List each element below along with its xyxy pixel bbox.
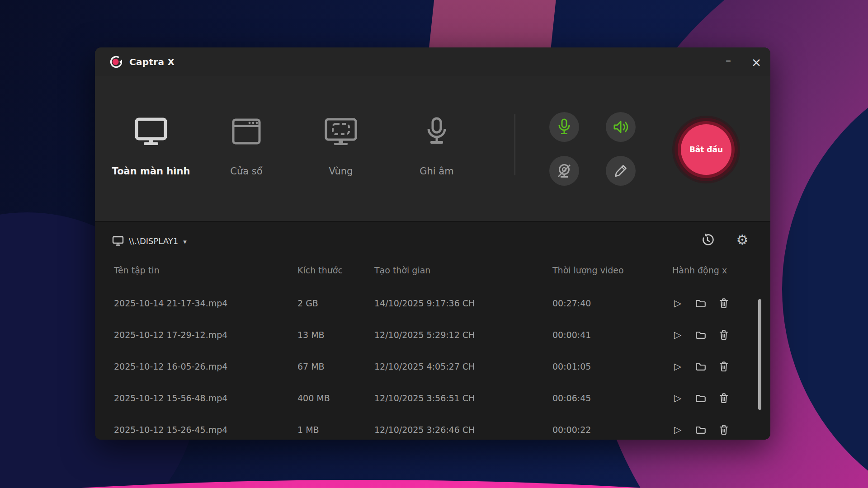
history-button[interactable] — [701, 233, 714, 247]
trash-icon — [719, 361, 729, 372]
region-select-icon — [291, 109, 391, 154]
delete-button[interactable] — [718, 393, 729, 404]
file-size: 67 MB — [297, 361, 325, 371]
table-header: Tên tập tin Kích thước Tạo thời gian Thờ… — [95, 265, 770, 283]
column-header-filename: Tên tập tin — [114, 265, 160, 275]
settings-button[interactable]: ⚙ — [735, 233, 750, 247]
play-button[interactable]: ▷ — [672, 329, 683, 340]
file-duration: 00:27:40 — [552, 298, 591, 308]
play-button[interactable]: ▷ — [672, 424, 683, 435]
speaker-on-icon — [613, 120, 629, 134]
play-icon: ▷ — [674, 425, 681, 435]
file-duration: 00:00:22 — [552, 425, 591, 435]
file-size: 2 GB — [297, 298, 318, 308]
delete-button[interactable] — [718, 298, 729, 309]
history-icon — [701, 233, 714, 247]
mode-region[interactable]: Vùng — [291, 109, 391, 177]
file-created: 12/10/2025 3:56:51 CH — [374, 393, 475, 403]
open-folder-button[interactable] — [695, 393, 706, 404]
webcam-toggle-button[interactable] — [549, 156, 579, 186]
table-row: 2025-10-12 17-29-12.mp4 13 MB 12/10/2025… — [95, 319, 770, 351]
file-size: 400 MB — [297, 393, 330, 403]
folder-icon — [695, 425, 706, 434]
column-header-actions: Hành động x — [672, 265, 727, 275]
mode-fullscreen[interactable]: Toàn màn hình — [101, 109, 201, 177]
gear-icon: ⚙ — [736, 233, 749, 247]
file-created: 12/10/2025 4:05:27 CH — [374, 361, 475, 371]
file-size: 1 MB — [297, 425, 319, 435]
microphone-toggle-button[interactable] — [549, 112, 579, 142]
play-icon: ▷ — [674, 394, 681, 403]
row-actions: ▷ — [672, 361, 729, 372]
file-name: 2025-10-12 15-26-45.mp4 — [114, 425, 227, 435]
display-selector[interactable]: \\.\DISPLAY1 ▾ — [112, 232, 187, 250]
open-folder-button[interactable] — [695, 298, 706, 309]
section-divider — [514, 114, 515, 175]
folder-icon — [695, 330, 706, 339]
play-button[interactable]: ▷ — [672, 298, 683, 309]
file-name: 2025-10-14 21-17-34.mp4 — [114, 298, 227, 308]
mode-label: Toàn màn hình — [101, 166, 201, 177]
minimize-button[interactable]: – — [714, 47, 742, 78]
delete-button[interactable] — [718, 361, 729, 372]
play-icon: ▷ — [674, 362, 681, 371]
folder-icon — [695, 394, 706, 403]
open-folder-button[interactable] — [695, 424, 706, 435]
table-row: 2025-10-12 15-26-45.mp4 1 MB 12/10/2025 … — [95, 414, 770, 440]
annotate-toggle-button[interactable] — [606, 156, 636, 186]
display-monitor-icon — [112, 236, 124, 246]
start-button-wrap: Bắt đầu — [672, 116, 740, 183]
play-icon: ▷ — [674, 330, 681, 340]
play-button[interactable]: ▷ — [672, 393, 683, 404]
fullscreen-monitor-icon — [101, 109, 201, 154]
delete-button[interactable] — [718, 424, 729, 435]
delete-button[interactable] — [718, 329, 729, 340]
library-toolbar: ⚙ — [701, 233, 750, 247]
open-folder-button[interactable] — [695, 329, 706, 340]
pencil-icon — [613, 164, 628, 178]
file-created: 14/10/2025 9:17:36 CH — [374, 298, 475, 308]
mode-audio[interactable]: Ghi âm — [387, 109, 486, 177]
file-size: 13 MB — [297, 330, 325, 340]
file-created: 12/10/2025 5:29:12 CH — [374, 330, 475, 340]
display-selector-label: \\.\DISPLAY1 — [129, 236, 178, 246]
close-button[interactable]: × — [742, 47, 770, 76]
folder-icon — [695, 299, 706, 308]
app-logo-icon — [109, 55, 123, 69]
row-actions: ▷ — [672, 329, 729, 340]
start-recording-button[interactable]: Bắt đầu — [681, 124, 731, 175]
microphone-icon — [387, 109, 486, 154]
trash-icon — [719, 329, 729, 340]
file-duration: 00:06:45 — [552, 393, 591, 403]
row-actions: ▷ — [672, 298, 729, 309]
file-name: 2025-10-12 17-29-12.mp4 — [114, 330, 227, 340]
webcam-off-icon — [556, 163, 572, 179]
mode-label: Vùng — [291, 166, 391, 177]
open-folder-button[interactable] — [695, 361, 706, 372]
app-title: Captra X — [129, 56, 175, 67]
column-header-duration: Thời lượng video — [552, 265, 624, 275]
microphone-on-icon — [558, 118, 571, 136]
titlebar[interactable]: Captra X – × — [95, 47, 770, 76]
file-name: 2025-10-12 16-05-26.mp4 — [114, 361, 227, 371]
app-window: Captra X – × Toàn màn hình — [95, 47, 770, 440]
row-actions: ▷ — [672, 393, 729, 404]
trash-icon — [719, 393, 729, 404]
table-row: 2025-10-12 16-05-26.mp4 67 MB 12/10/2025… — [95, 351, 770, 382]
scrollbar-thumb[interactable] — [758, 299, 761, 410]
trash-icon — [719, 298, 729, 309]
row-actions: ▷ — [672, 424, 729, 435]
speaker-toggle-button[interactable] — [606, 112, 636, 142]
start-button-label: Bắt đầu — [689, 145, 723, 154]
mode-label: Cửa sổ — [197, 166, 296, 177]
folder-icon — [695, 362, 706, 371]
chevron-down-icon: ▾ — [183, 236, 187, 246]
file-name: 2025-10-12 15-56-48.mp4 — [114, 393, 227, 403]
play-button[interactable]: ▷ — [672, 361, 683, 372]
file-duration: 00:00:41 — [552, 330, 591, 340]
mode-window[interactable]: Cửa sổ — [197, 109, 296, 177]
app-window-icon — [197, 109, 296, 154]
mode-label: Ghi âm — [387, 166, 486, 177]
play-icon: ▷ — [674, 299, 681, 308]
window-controls: – × — [714, 47, 770, 76]
